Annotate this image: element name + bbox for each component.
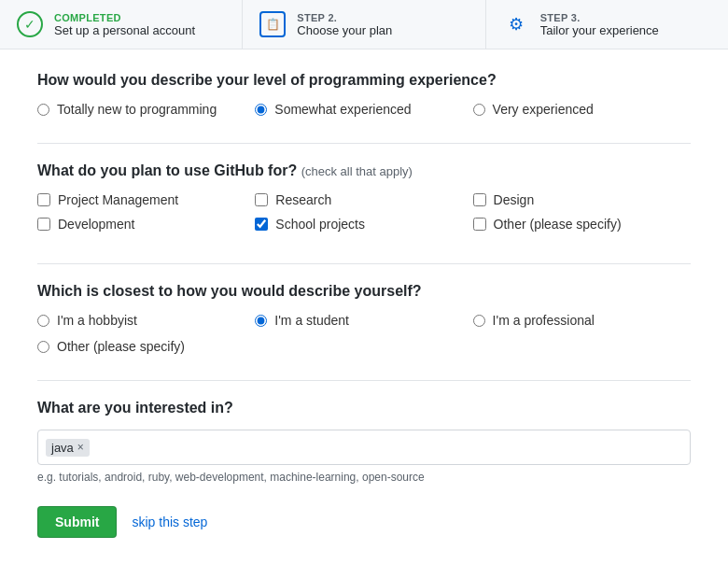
- use-school-label: School projects: [275, 217, 365, 232]
- desc-hobbyist-option[interactable]: I'm a hobbyist: [37, 313, 255, 328]
- exp-somewhat-radio[interactable]: [255, 104, 267, 116]
- describe-section: Which is closest to how you would descri…: [37, 283, 691, 358]
- usage-section: What do you plan to use GitHub for? (che…: [37, 162, 691, 241]
- step1-label: Completed: [54, 12, 195, 23]
- experience-options: Totally new to programming Somewhat expe…: [37, 102, 691, 120]
- main-content: How would you describe your level of pro…: [0, 49, 728, 560]
- describe-title: Which is closest to how you would descri…: [37, 283, 691, 300]
- divider-1: [37, 143, 691, 144]
- desc-student-label: I'm a student: [274, 313, 349, 328]
- step2-icon-container: 📋: [258, 9, 287, 39]
- interests-hint: e.g. tutorials, android, ruby, web-devel…: [37, 471, 691, 484]
- use-dev-option[interactable]: Development: [37, 217, 255, 232]
- desc-professional-option[interactable]: I'm a professional: [473, 313, 691, 328]
- step2-label: Step 2.: [297, 12, 392, 23]
- interests-title: What are you interested in?: [37, 400, 691, 416]
- step3-label: Step 3.: [540, 12, 659, 23]
- use-pm-label: Project Management: [58, 192, 178, 207]
- desc-professional-radio[interactable]: [473, 315, 485, 327]
- divider-3: [37, 380, 691, 381]
- submit-button[interactable]: Submit: [37, 506, 117, 538]
- desc-student-radio[interactable]: [255, 315, 267, 327]
- step1-info: Completed Set up a personal account: [54, 12, 195, 37]
- use-pm-checkbox[interactable]: [37, 193, 50, 206]
- use-dev-checkbox[interactable]: [37, 218, 50, 231]
- tag-java-text: java: [51, 441, 74, 455]
- usage-options: Project Management Research Design Devel…: [37, 192, 691, 241]
- interests-section: What are you interested in? java × e.g. …: [37, 400, 691, 484]
- step-1: ✓ Completed Set up a personal account: [0, 0, 243, 49]
- interests-input-container[interactable]: java ×: [37, 430, 691, 465]
- use-research-label: Research: [275, 192, 331, 207]
- usage-note: (check all that apply): [301, 164, 413, 178]
- use-other-checkbox[interactable]: [473, 218, 486, 231]
- desc-hobbyist-radio[interactable]: [37, 315, 49, 327]
- use-pm-option[interactable]: Project Management: [37, 192, 255, 207]
- desc-hobbyist-label: I'm a hobbyist: [57, 313, 137, 328]
- submit-area: Submit skip this step: [37, 506, 691, 538]
- usage-title: What do you plan to use GitHub for? (che…: [37, 162, 691, 179]
- step2-desc: Choose your plan: [297, 23, 392, 37]
- use-other-option[interactable]: Other (please specify): [473, 217, 691, 232]
- use-research-option[interactable]: Research: [255, 192, 472, 207]
- use-design-option[interactable]: Design: [473, 192, 691, 207]
- tag-java-remove[interactable]: ×: [77, 442, 84, 453]
- use-dev-label: Development: [58, 217, 135, 232]
- exp-very-radio[interactable]: [473, 104, 485, 116]
- step3-icon-container: ⚙: [501, 9, 531, 39]
- exp-very-option[interactable]: Very experienced: [473, 102, 691, 117]
- describe-options: I'm a hobbyist I'm a student I'm a profe…: [37, 313, 691, 358]
- usage-title-text: What do you plan to use GitHub for?: [37, 162, 297, 178]
- use-school-option[interactable]: School projects: [255, 217, 472, 232]
- tag-java: java ×: [46, 439, 90, 457]
- step1-desc: Set up a personal account: [54, 23, 195, 37]
- step3-desc: Tailor your experience: [540, 23, 659, 37]
- use-design-checkbox[interactable]: [473, 193, 486, 206]
- experience-section: How would you describe your level of pro…: [37, 72, 691, 120]
- book-icon: 📋: [259, 11, 286, 37]
- step-3: ⚙ Step 3. Tailor your experience: [486, 0, 728, 49]
- desc-other-label: Other (please specify): [57, 339, 185, 354]
- exp-new-option[interactable]: Totally new to programming: [37, 102, 255, 117]
- step1-icon: ✓: [15, 9, 45, 39]
- desc-other-option[interactable]: Other (please specify): [37, 339, 255, 354]
- exp-new-radio[interactable]: [37, 104, 49, 116]
- desc-student-option[interactable]: I'm a student: [255, 313, 472, 328]
- use-design-label: Design: [494, 192, 535, 207]
- desc-other-radio[interactable]: [37, 341, 49, 353]
- use-research-checkbox[interactable]: [255, 193, 268, 206]
- use-school-checkbox[interactable]: [255, 218, 268, 231]
- desc-professional-label: I'm a professional: [493, 313, 595, 328]
- step-2: 📋 Step 2. Choose your plan: [243, 0, 485, 49]
- exp-new-label: Totally new to programming: [57, 102, 217, 117]
- exp-somewhat-label: Somewhat experienced: [274, 102, 411, 117]
- gear-icon: ⚙: [503, 11, 529, 37]
- exp-somewhat-option[interactable]: Somewhat experienced: [255, 102, 472, 117]
- step2-info: Step 2. Choose your plan: [297, 12, 392, 37]
- steps-header: ✓ Completed Set up a personal account 📋 …: [0, 0, 728, 49]
- skip-link[interactable]: skip this step: [132, 515, 207, 529]
- step3-info: Step 3. Tailor your experience: [540, 12, 659, 37]
- exp-very-label: Very experienced: [493, 102, 594, 117]
- use-other-label: Other (please specify): [494, 217, 622, 232]
- check-icon: ✓: [17, 11, 43, 37]
- divider-2: [37, 263, 691, 264]
- experience-title: How would you describe your level of pro…: [37, 72, 691, 89]
